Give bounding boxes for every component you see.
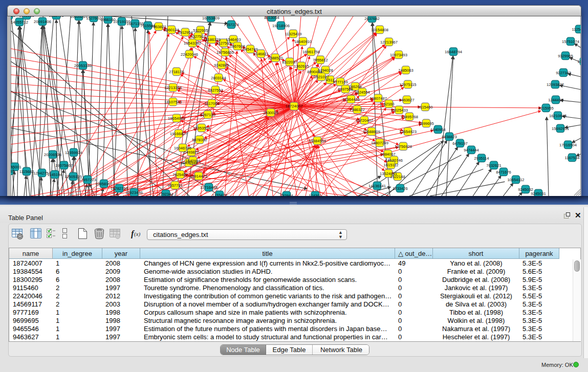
svg-text:1292344: 1292344 — [158, 192, 173, 196]
svg-text:10654112: 10654112 — [507, 178, 524, 182]
svg-text:18640910: 18640910 — [294, 39, 312, 44]
svg-text:1145194: 1145194 — [48, 172, 62, 177]
svg-text:9463627: 9463627 — [399, 98, 415, 102]
svg-text:16648794: 16648794 — [445, 50, 462, 54]
svg-text:10653267: 10653267 — [70, 16, 88, 19]
svg-text:16961758: 16961758 — [302, 50, 320, 54]
svg-text:1733426: 1733426 — [393, 186, 408, 191]
svg-text:132944: 132944 — [280, 193, 293, 196]
svg-text:10958107: 10958107 — [95, 182, 113, 186]
svg-text:21364436: 21364436 — [342, 97, 360, 102]
svg-text:2935114: 2935114 — [474, 156, 489, 161]
svg-text:12213363: 12213363 — [164, 85, 182, 90]
svg-text:16914479: 16914479 — [190, 174, 207, 179]
svg-text:9146821: 9146821 — [253, 52, 269, 56]
svg-text:9117006: 9117006 — [205, 101, 220, 106]
svg-text:10756928: 10756928 — [395, 144, 412, 149]
svg-text:174301: 174301 — [309, 193, 321, 196]
svg-text:5322605: 5322605 — [193, 28, 208, 33]
svg-text:2718176: 2718176 — [169, 70, 184, 74]
svg-text:8427552: 8427552 — [208, 88, 223, 93]
svg-text:9329965: 9329965 — [558, 54, 573, 58]
svg-text:5878332: 5878332 — [192, 138, 207, 142]
svg-text:20053346: 20053346 — [74, 63, 92, 68]
svg-text:2637682: 2637682 — [364, 16, 380, 21]
svg-text:6794028: 6794028 — [318, 68, 333, 73]
svg-text:15692931: 15692931 — [552, 126, 569, 131]
svg-text:8471676: 8471676 — [496, 170, 511, 174]
svg-text:(x): (x) — [134, 231, 141, 237]
svg-text:16210643: 16210643 — [549, 114, 567, 118]
svg-text:174850: 174850 — [577, 59, 581, 64]
svg-text:18807249: 18807249 — [371, 141, 388, 145]
svg-text:1522148: 1522148 — [390, 174, 405, 179]
svg-text:12975115: 12975115 — [399, 82, 416, 87]
svg-text:10807487: 10807487 — [369, 96, 387, 101]
svg-text:18120746: 18120746 — [385, 158, 403, 163]
svg-text:9242845: 9242845 — [214, 63, 229, 68]
svg-text:1546403: 1546403 — [226, 37, 241, 42]
svg-text:13495768: 13495768 — [401, 115, 418, 119]
svg-text:10688609: 10688609 — [363, 129, 380, 134]
svg-text:18107543: 18107543 — [164, 100, 182, 104]
svg-text:1493822: 1493822 — [184, 150, 199, 155]
svg-text:1115682: 1115682 — [19, 169, 34, 174]
svg-text:2803144: 2803144 — [211, 76, 226, 80]
svg-text:19384554: 19384554 — [309, 139, 326, 143]
svg-text:1125419: 1125419 — [572, 27, 581, 32]
svg-text:190531: 190531 — [11, 16, 15, 18]
svg-text:9227342: 9227342 — [556, 71, 571, 75]
svg-text:4511: 4511 — [326, 78, 334, 82]
svg-text:8813054: 8813054 — [264, 16, 279, 20]
svg-text:19218906: 19218906 — [272, 24, 290, 28]
svg-text:14055712: 14055712 — [11, 20, 28, 25]
svg-text:18756865: 18756865 — [216, 50, 234, 55]
svg-text:10973493: 10973493 — [390, 53, 407, 57]
svg-text:9384067: 9384067 — [380, 152, 396, 157]
svg-text:9657791: 9657791 — [167, 183, 183, 188]
svg-text:11325419: 11325419 — [285, 32, 301, 36]
svg-text:8215955: 8215955 — [538, 106, 554, 111]
svg-text:10543382: 10543382 — [184, 41, 201, 46]
svg-text:18724007: 18724007 — [286, 104, 303, 108]
svg-text:12093872: 12093872 — [547, 82, 564, 87]
svg-text:12359924: 12359924 — [65, 150, 82, 155]
svg-text:10025433: 10025433 — [390, 108, 408, 113]
svg-text:1640994: 1640994 — [185, 159, 201, 163]
svg-text:6699695: 6699695 — [419, 121, 434, 126]
svg-text:17957223: 17957223 — [79, 178, 96, 182]
svg-text:9245031: 9245031 — [531, 191, 546, 196]
svg-text:19166827: 19166827 — [170, 132, 187, 136]
svg-text:7485063: 7485063 — [398, 68, 413, 73]
svg-text:15720407: 15720407 — [356, 118, 373, 123]
svg-text:7357224: 7357224 — [224, 23, 239, 27]
svg-text:8660124: 8660124 — [164, 28, 179, 32]
svg-text:13654923: 13654923 — [399, 129, 417, 134]
svg-text:16053809: 16053809 — [202, 16, 220, 20]
svg-text:1865795: 1865795 — [49, 16, 64, 18]
svg-text:1615112: 1615112 — [384, 163, 399, 167]
svg-text:20691406: 20691406 — [34, 19, 51, 24]
svg-text:20206536: 20206536 — [44, 152, 61, 157]
svg-text:7955812: 7955812 — [313, 58, 328, 62]
svg-text:17016504: 17016504 — [559, 143, 577, 147]
svg-text:12923446: 12923446 — [125, 190, 143, 195]
svg-text:19654982: 19654982 — [168, 116, 185, 121]
svg-text:22420046: 22420046 — [181, 52, 198, 57]
svg-text:3624554: 3624554 — [355, 90, 370, 95]
svg-text:1588520: 1588520 — [268, 56, 283, 60]
svg-text:12353594: 12353594 — [193, 126, 210, 130]
svg-text:39119: 39119 — [11, 169, 14, 173]
svg-text:9777169: 9777169 — [333, 80, 348, 84]
svg-text:9115460: 9115460 — [418, 105, 433, 110]
svg-text:8938823: 8938823 — [442, 135, 457, 139]
svg-text:1905313: 1905313 — [19, 16, 34, 18]
svg-text:2530025: 2530025 — [263, 111, 278, 115]
svg-text:19375867: 19375867 — [55, 163, 73, 168]
svg-text:1167534: 1167534 — [565, 156, 580, 160]
svg-text:7625402: 7625402 — [172, 172, 188, 177]
svg-text:1733426: 1733426 — [212, 193, 227, 196]
svg-text:10154808: 10154808 — [371, 28, 388, 32]
svg-text:1640954: 1640954 — [430, 127, 446, 132]
svg-text:14136141: 14136141 — [368, 184, 386, 188]
